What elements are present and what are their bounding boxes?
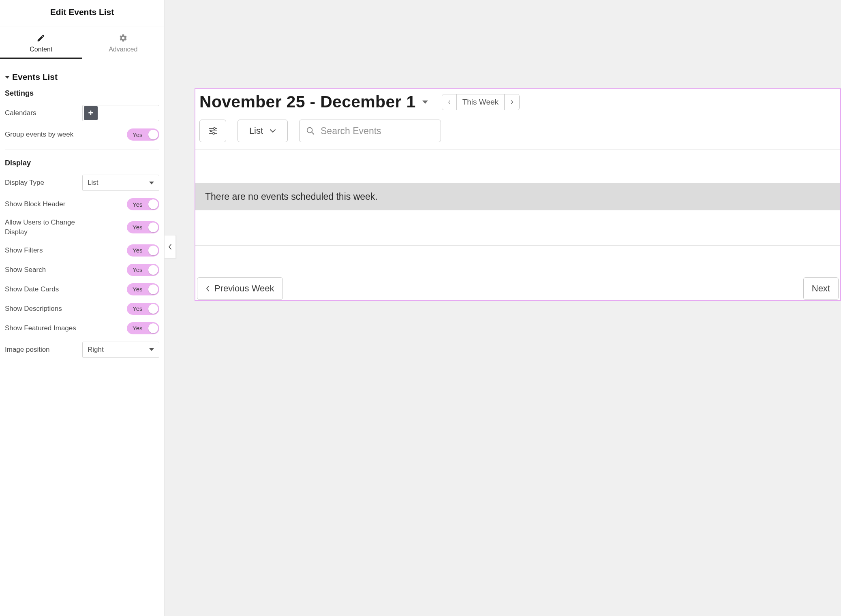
display-heading: Display bbox=[5, 159, 159, 167]
date-range-title: November 25 - December 1 bbox=[199, 92, 416, 111]
group-by-week-toggle[interactable]: Yes bbox=[127, 128, 159, 141]
image-position-value: Right bbox=[88, 346, 104, 354]
plus-icon[interactable]: + bbox=[84, 106, 98, 120]
toggle-knob bbox=[148, 265, 158, 275]
toggle-knob bbox=[148, 130, 158, 139]
tab-advanced[interactable]: Advanced bbox=[82, 26, 165, 59]
section-events-list[interactable]: Events List bbox=[5, 72, 159, 82]
svg-line-7 bbox=[312, 132, 314, 134]
date-range-dropdown[interactable] bbox=[422, 101, 428, 104]
chevron-left-icon bbox=[168, 244, 172, 250]
prev-week-arrow-button[interactable] bbox=[442, 94, 457, 110]
toggle-label: Yes bbox=[133, 247, 142, 254]
show-descriptions-label: Show Descriptions bbox=[5, 304, 62, 314]
events-list-widget[interactable]: November 25 - December 1 This Week bbox=[195, 88, 841, 301]
sidebar: Edit Events List Content Advanced Events… bbox=[0, 0, 165, 616]
sliders-icon bbox=[208, 127, 218, 135]
caret-down-icon bbox=[5, 76, 10, 79]
show-date-cards-label: Show Date Cards bbox=[5, 284, 59, 294]
display-type-value: List bbox=[88, 179, 98, 187]
display-type-label: Display Type bbox=[5, 178, 44, 188]
empty-week-message: There are no events scheduled this week. bbox=[195, 183, 840, 210]
view-mode-label: List bbox=[249, 126, 263, 136]
tab-content-label: Content bbox=[30, 46, 52, 53]
gear-icon bbox=[119, 34, 128, 43]
search-placeholder: Search Events bbox=[321, 126, 381, 137]
sidebar-tabs: Content Advanced bbox=[0, 26, 164, 59]
toggle-label: Yes bbox=[133, 224, 142, 231]
show-search-toggle[interactable]: Yes bbox=[127, 264, 159, 276]
toggle-knob bbox=[148, 284, 158, 294]
previous-week-label: Previous Week bbox=[214, 283, 274, 294]
chevron-down-icon bbox=[149, 348, 154, 351]
next-week-button[interactable]: Next bbox=[803, 277, 839, 300]
tab-content[interactable]: Content bbox=[0, 26, 82, 59]
search-input[interactable]: Search Events bbox=[299, 120, 441, 142]
allow-change-display-toggle[interactable]: Yes bbox=[127, 221, 159, 233]
toggle-label: Yes bbox=[133, 286, 142, 293]
next-week-label: Next bbox=[812, 283, 830, 294]
preview-canvas: November 25 - December 1 This Week bbox=[165, 0, 841, 616]
collapse-sidebar-handle[interactable] bbox=[165, 235, 176, 259]
settings-heading: Settings bbox=[5, 89, 159, 98]
chevron-down-icon bbox=[149, 182, 154, 184]
chevron-left-icon bbox=[205, 285, 210, 292]
calendars-input[interactable]: + bbox=[82, 105, 159, 121]
show-search-label: Show Search bbox=[5, 265, 46, 275]
toggle-knob bbox=[148, 222, 158, 232]
search-icon bbox=[306, 126, 315, 135]
toggle-label: Yes bbox=[133, 201, 142, 208]
toggle-knob bbox=[148, 199, 158, 209]
toggle-label: Yes bbox=[133, 131, 142, 138]
show-featured-images-toggle[interactable]: Yes bbox=[127, 322, 159, 334]
next-week-arrow-button[interactable] bbox=[505, 94, 519, 110]
chevron-right-icon bbox=[510, 99, 514, 105]
section-events-list-label: Events List bbox=[12, 72, 58, 82]
display-type-select[interactable]: List bbox=[82, 175, 159, 191]
group-by-week-label: Group events by week bbox=[5, 130, 73, 139]
image-position-label: Image position bbox=[5, 345, 50, 355]
toggle-knob bbox=[148, 246, 158, 255]
view-mode-select[interactable]: List bbox=[238, 120, 288, 142]
allow-change-display-label: Allow Users to Change Display bbox=[5, 218, 94, 237]
this-week-button[interactable]: This Week bbox=[457, 94, 505, 110]
chevron-left-icon bbox=[448, 99, 451, 105]
show-filters-toggle[interactable]: Yes bbox=[127, 244, 159, 257]
svg-point-5 bbox=[213, 133, 214, 134]
show-block-header-toggle[interactable]: Yes bbox=[127, 198, 159, 210]
filters-button[interactable] bbox=[199, 120, 226, 142]
svg-point-3 bbox=[214, 128, 215, 129]
show-filters-label: Show Filters bbox=[5, 246, 43, 255]
show-descriptions-toggle[interactable]: Yes bbox=[127, 303, 159, 315]
panel-title: Edit Events List bbox=[0, 0, 164, 26]
show-featured-images-label: Show Featured Images bbox=[5, 323, 76, 333]
calendars-label: Calendars bbox=[5, 108, 36, 118]
show-block-header-label: Show Block Header bbox=[5, 199, 65, 209]
show-date-cards-toggle[interactable]: Yes bbox=[127, 283, 159, 295]
svg-point-4 bbox=[210, 130, 212, 132]
toggle-label: Yes bbox=[133, 266, 142, 273]
pencil-icon bbox=[36, 34, 45, 43]
previous-week-button[interactable]: Previous Week bbox=[197, 277, 283, 300]
image-position-select[interactable]: Right bbox=[82, 342, 159, 358]
toggle-label: Yes bbox=[133, 305, 142, 312]
chevron-down-icon bbox=[270, 129, 276, 133]
tab-advanced-label: Advanced bbox=[109, 46, 137, 53]
toggle-label: Yes bbox=[133, 325, 142, 332]
toggle-knob bbox=[148, 304, 158, 314]
week-navigation: This Week bbox=[442, 94, 520, 110]
toggle-knob bbox=[148, 323, 158, 333]
